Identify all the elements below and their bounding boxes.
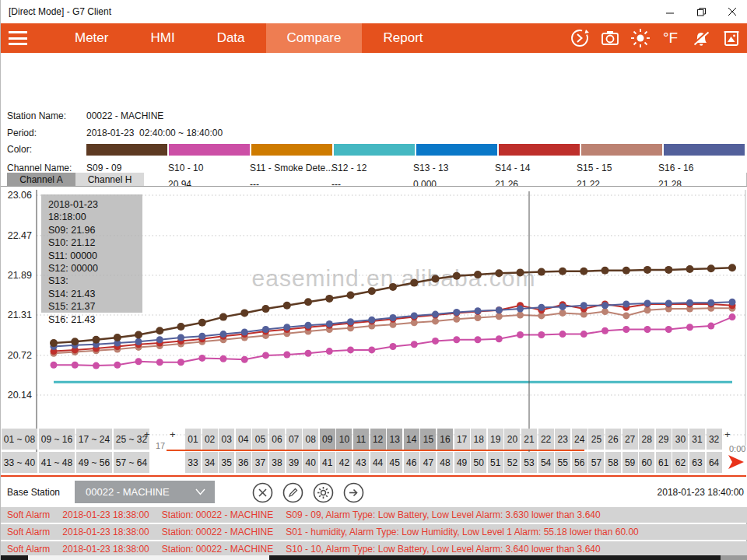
sync-icon[interactable] — [569, 28, 590, 49]
channel-number-53[interactable]: 53 — [521, 452, 537, 473]
menu-icon[interactable] — [9, 30, 32, 47]
channel-number-44[interactable]: 44 — [370, 452, 386, 473]
channel-group-49-56[interactable]: 49 ~ 56 — [76, 452, 112, 473]
channel-number-60[interactable]: 60 — [639, 452, 654, 473]
nav-item-compare[interactable]: Compare — [266, 23, 363, 53]
channel-number-45[interactable]: 45 — [387, 452, 402, 473]
channel-number-23[interactable]: 23 — [555, 429, 570, 450]
nav-item-meter[interactable]: Meter — [54, 23, 129, 53]
channel-number-61[interactable]: 61 — [656, 452, 672, 473]
channel-number-29[interactable]: 29 — [656, 429, 672, 450]
channel-number-62[interactable]: 62 — [672, 452, 688, 473]
expand-button[interactable]: + — [724, 429, 731, 440]
channel-number-64[interactable]: 64 — [707, 452, 722, 473]
channel-number-49[interactable]: 49 — [454, 452, 470, 473]
channel-group-17-24[interactable]: 17 ~ 24 — [76, 429, 112, 450]
channel-number-47[interactable]: 47 — [420, 452, 436, 473]
channel-number-09[interactable]: 09 — [320, 429, 335, 450]
channel-number-38[interactable]: 38 — [269, 452, 285, 473]
channel-number-33[interactable]: 33 — [185, 452, 201, 473]
channel-number-55[interactable]: 55 — [555, 452, 570, 473]
channel-number-27[interactable]: 27 — [622, 429, 638, 450]
image-icon[interactable] — [721, 28, 742, 49]
channel-number-52[interactable]: 52 — [504, 452, 520, 473]
channel-number-43[interactable]: 43 — [353, 452, 369, 473]
channel-number-39[interactable]: 39 — [286, 452, 302, 473]
go-button[interactable] — [343, 482, 364, 503]
channel-number-05[interactable]: 05 — [252, 429, 268, 450]
channel-number-51[interactable]: 51 — [488, 452, 503, 473]
channel-number-07[interactable]: 07 — [286, 429, 302, 450]
channel-number-17[interactable]: 17 — [454, 429, 470, 450]
channel-number-54[interactable]: 54 — [538, 452, 554, 473]
minimize-button[interactable] — [654, 0, 686, 23]
channel-group-41-48[interactable]: 41 ~ 48 — [39, 452, 75, 473]
channel-number-15[interactable]: 15 — [420, 429, 436, 450]
channel-number-56[interactable]: 56 — [572, 452, 587, 473]
channel-number-25[interactable]: 25 — [588, 429, 604, 450]
channel-number-20[interactable]: 20 — [504, 429, 520, 450]
channel-number-24[interactable]: 24 — [572, 429, 587, 450]
expand-button[interactable]: + — [170, 429, 176, 440]
close-button[interactable] — [717, 0, 747, 23]
channel-number-30[interactable]: 30 — [672, 429, 688, 450]
channel-number-57[interactable]: 57 — [588, 452, 604, 473]
channel-number-06[interactable]: 06 — [269, 429, 285, 450]
settings-button[interactable] — [313, 482, 334, 503]
channel-number-59[interactable]: 59 — [622, 452, 638, 473]
channel-number-34[interactable]: 34 — [202, 452, 218, 473]
channel-number-16[interactable]: 16 — [437, 429, 453, 450]
tab-channel-a[interactable]: Channel A — [7, 173, 75, 186]
channel-number-10[interactable]: 10 — [336, 429, 352, 450]
channel-number-12[interactable]: 12 — [370, 429, 386, 450]
nav-item-report[interactable]: Report — [362, 23, 444, 53]
channel-number-03[interactable]: 03 — [219, 429, 234, 450]
channel-group-57-64[interactable]: 57 ~ 64 — [114, 452, 149, 473]
alarm-row[interactable]: Soft Alarm2018-01-23 18:38:00Station: 00… — [1, 524, 747, 540]
camera-icon[interactable] — [599, 28, 620, 49]
channel-number-37[interactable]: 37 — [252, 452, 268, 473]
channel-number-28[interactable]: 28 — [639, 429, 654, 450]
channel-number-48[interactable]: 48 — [437, 452, 453, 473]
channel-number-18[interactable]: 18 — [471, 429, 486, 450]
tab-channel-h[interactable]: Channel H — [75, 173, 144, 186]
channel-number-40[interactable]: 40 — [303, 452, 318, 473]
expand-button[interactable]: + — [144, 429, 150, 440]
channel-group-09-16[interactable]: 09 ~ 16 — [39, 429, 75, 450]
channel-number-13[interactable]: 13 — [387, 429, 402, 450]
channel-number-26[interactable]: 26 — [605, 429, 621, 450]
channel-group-33-40[interactable]: 33 ~ 40 — [2, 452, 37, 473]
channel-number-46[interactable]: 46 — [404, 452, 419, 473]
channel-group-01-08[interactable]: 01 ~ 08 — [2, 429, 37, 450]
channel-number-01[interactable]: 01 — [185, 429, 201, 450]
cancel-button[interactable] — [252, 482, 273, 503]
edit-button[interactable] — [282, 482, 303, 503]
alarm-mute-icon[interactable] — [690, 28, 711, 49]
nav-item-data[interactable]: Data — [196, 23, 266, 53]
channel-number-19[interactable]: 19 — [488, 429, 503, 450]
channel-number-42[interactable]: 42 — [336, 452, 352, 473]
channel-number-14[interactable]: 14 — [404, 429, 419, 450]
channel-number-04[interactable]: 04 — [236, 429, 251, 450]
channel-number-58[interactable]: 58 — [605, 452, 621, 473]
nav-item-hmi[interactable]: HMI — [129, 23, 195, 53]
channel-number-11[interactable]: 11 — [353, 429, 369, 450]
brightness-icon[interactable] — [630, 28, 651, 49]
channel-number-63[interactable]: 63 — [689, 452, 705, 473]
channel-number-35[interactable]: 35 — [219, 452, 234, 473]
base-station-select[interactable]: 00022 - MACHINE — [75, 481, 215, 503]
channel-number-02[interactable]: 02 — [202, 429, 218, 450]
alarm-row[interactable]: Soft Alarm2018-01-23 18:38:00Station: 00… — [1, 541, 747, 557]
channel-number-21[interactable]: 21 — [521, 429, 537, 450]
maximize-button[interactable] — [686, 0, 717, 23]
channel-number-31[interactable]: 31 — [689, 429, 705, 450]
channel-number-22[interactable]: 22 — [538, 429, 554, 450]
channel-number-32[interactable]: 32 — [707, 429, 722, 450]
tooltip-line: S14: 21.43 — [48, 288, 135, 300]
channel-number-08[interactable]: 08 — [303, 429, 318, 450]
fahrenheit-icon[interactable]: °F — [660, 28, 681, 49]
channel-number-36[interactable]: 36 — [236, 452, 251, 473]
channel-number-41[interactable]: 41 — [320, 452, 335, 473]
alarm-row[interactable]: Soft Alarm2018-01-23 18:38:00Station: 00… — [1, 507, 747, 523]
channel-number-50[interactable]: 50 — [471, 452, 486, 473]
